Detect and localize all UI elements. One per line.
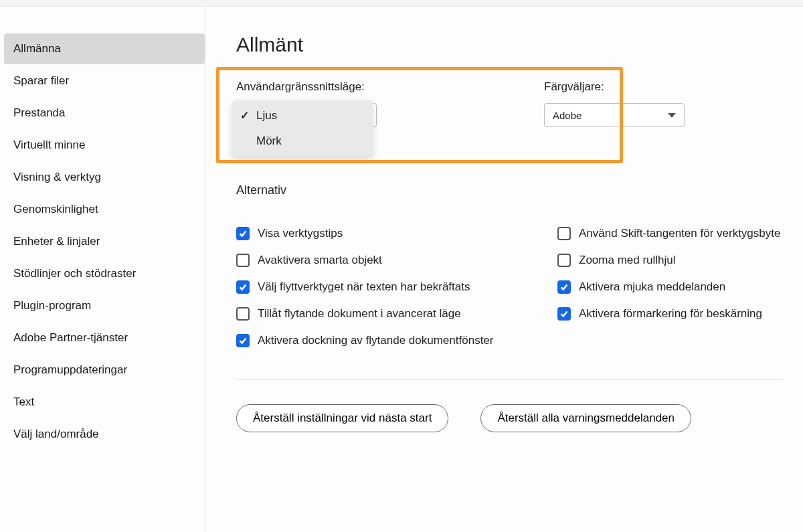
checkbox-icon[interactable] (236, 227, 250, 240)
ui-mode-option-dark[interactable]: Mörk (232, 128, 373, 154)
sidebar-item-transparency[interactable]: Genomskinlighet (4, 194, 205, 225)
sidebar-item-guides-grid[interactable]: Stödlinjer och stödraster (4, 258, 205, 289)
option-disable-smart-objects[interactable]: Avaktivera smarta objekt (236, 254, 524, 267)
checkbox-icon[interactable] (557, 227, 571, 240)
checkbox-icon[interactable] (236, 254, 250, 267)
options-heading: Alternativ (236, 183, 803, 197)
option-preselect-crop[interactable]: Aktivera förmarkering för beskärning (557, 307, 803, 321)
options-column-right: Använd Skift-tangenten för verktygsbyte … (557, 227, 803, 361)
chevron-down-icon (668, 113, 676, 118)
option-soft-notifications[interactable]: Aktivera mjuka meddelanden (557, 280, 803, 294)
ui-mode-label: Användargränssnittsläge: (236, 80, 490, 94)
color-picker-select[interactable]: Adobe (544, 103, 685, 127)
ui-mode-option-light[interactable]: Ljus (232, 103, 373, 128)
reset-warnings-button[interactable]: Återställ alla varningsmeddelanden (480, 404, 691, 432)
checkbox-icon[interactable] (236, 280, 250, 294)
option-enable-docking[interactable]: Aktivera dockning av flytande dokumentfö… (236, 334, 524, 347)
option-show-tooltips[interactable]: Visa verktygstips (236, 227, 524, 240)
sidebar-item-scratch-disk[interactable]: Virtuellt minne (4, 130, 205, 161)
sidebar-item-country[interactable]: Välj land/område (4, 419, 205, 450)
checkbox-icon[interactable] (557, 307, 571, 321)
sidebar-item-general[interactable]: Allmänna (4, 33, 205, 64)
preferences-panel-general: Allmänt Användargränssnittsläge: Ljus Mö… (205, 7, 803, 532)
checkbox-icon[interactable] (557, 254, 571, 267)
sidebar-item-saving-files[interactable]: Sparar filer (4, 66, 205, 96)
ui-mode-dropdown: Ljus Mörk (232, 100, 373, 157)
sidebar-item-partner-services[interactable]: Adobe Partner-tjänster (4, 323, 205, 353)
ui-mode-setting: Användargränssnittsläge: Ljus Mörk (236, 80, 490, 127)
options-column-left: Visa verktygstips Avaktivera smarta obje… (236, 227, 524, 361)
option-floating-docs-advanced[interactable]: Tillåt flytande dokument i avancerat läg… (236, 307, 524, 321)
option-select-move-after-text[interactable]: Välj flyttverktyget när texten har bekrä… (236, 280, 524, 294)
checkbox-icon[interactable] (557, 280, 571, 294)
sidebar-item-performance[interactable]: Prestanda (4, 98, 205, 128)
sidebar-item-type[interactable]: Text (4, 387, 205, 418)
sidebar-item-app-updates[interactable]: Programuppdateringar (4, 355, 205, 385)
color-picker-setting: Färgväljare: Adobe (544, 80, 798, 127)
checkbox-icon[interactable] (236, 334, 250, 347)
sidebar-item-display-tools[interactable]: Visning & verktyg (4, 162, 205, 193)
color-picker-label: Färgväljare: (544, 80, 798, 94)
option-zoom-scroll[interactable]: Zooma med rullhjul (557, 254, 803, 267)
checkbox-icon[interactable] (236, 307, 250, 321)
option-shift-tool-switch[interactable]: Använd Skift-tangenten för verktygsbyte (557, 227, 803, 240)
sidebar-item-units-rulers[interactable]: Enheter & linjaler (4, 226, 205, 257)
page-title: Allmänt (236, 33, 803, 56)
preferences-sidebar: Allmänna Sparar filer Prestanda Virtuell… (0, 7, 205, 532)
sidebar-item-plugins[interactable]: Plugin-program (4, 290, 205, 321)
color-picker-value: Adobe (553, 110, 582, 121)
divider (235, 379, 784, 380)
reset-preferences-button[interactable]: Återställ inställningar vid nästa start (236, 404, 448, 432)
